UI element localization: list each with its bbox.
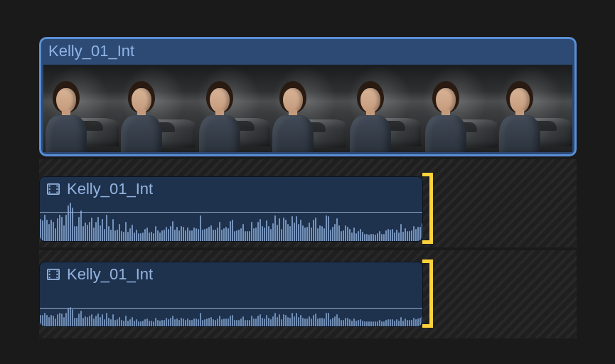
svg-rect-11 (56, 271, 58, 272)
svg-rect-8 (49, 271, 50, 272)
svg-rect-4 (56, 186, 58, 187)
svg-rect-10 (49, 277, 50, 278)
video-clip-title: Kelly_01_Int (48, 42, 134, 60)
audio-level-line[interactable] (40, 212, 422, 213)
svg-rect-3 (49, 191, 50, 193)
svg-rect-2 (49, 188, 50, 190)
trim-handle-right[interactable] (422, 173, 433, 244)
audio-clip-title: Kelly_01_Int (67, 265, 153, 284)
audio-level-line[interactable] (40, 308, 422, 309)
audio-waveform (40, 301, 422, 326)
audio-clip[interactable]: Kelly_01_Int (39, 176, 423, 242)
audio-waveform (40, 198, 422, 241)
video-thumbnail (119, 65, 194, 152)
video-thumbnail (270, 65, 346, 152)
video-thumbnail (497, 65, 572, 152)
svg-rect-1 (49, 186, 50, 187)
audio-clip-title: Kelly_01_Int (67, 180, 153, 198)
svg-rect-13 (56, 277, 58, 278)
svg-rect-5 (56, 188, 58, 190)
audio-clip[interactable]: Kelly_01_Int (39, 262, 423, 327)
video-thumbnail-strip (43, 65, 572, 152)
svg-rect-9 (49, 274, 50, 275)
filmstrip-icon (46, 268, 61, 281)
timeline-canvas: Kelly_01_Int (0, 0, 615, 364)
video-thumbnail (195, 65, 270, 152)
filmstrip-icon (46, 183, 61, 196)
svg-rect-6 (56, 191, 58, 193)
video-thumbnail (346, 65, 421, 152)
video-thumbnail (43, 65, 119, 152)
video-thumbnail (421, 65, 496, 152)
video-clip[interactable]: Kelly_01_Int (39, 37, 577, 156)
svg-rect-12 (56, 274, 58, 275)
trim-handle-right[interactable] (422, 259, 433, 328)
